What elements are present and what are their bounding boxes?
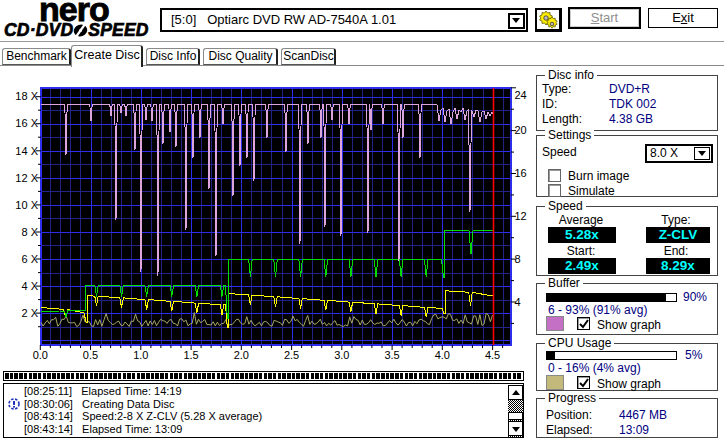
svg-text:0.0: 0.0 [33, 349, 48, 361]
svg-text:16: 16 [515, 167, 527, 179]
svg-text:4: 4 [515, 296, 521, 308]
svg-text:6 X: 6 X [21, 253, 38, 265]
svg-text:2.0: 2.0 [234, 349, 249, 361]
svg-text:3.5: 3.5 [384, 349, 399, 361]
svg-text:3.0: 3.0 [334, 349, 349, 361]
svg-text:14 X: 14 X [15, 145, 38, 157]
svg-text:18 X: 18 X [15, 90, 38, 102]
svg-text:12 X: 12 X [15, 172, 38, 184]
svg-text:2.5: 2.5 [284, 349, 299, 361]
svg-text:0.5: 0.5 [83, 349, 98, 361]
svg-text:20: 20 [515, 124, 527, 136]
svg-text:8 X: 8 X [21, 226, 38, 238]
svg-text:10 X: 10 X [15, 199, 38, 211]
svg-text:4.0: 4.0 [435, 349, 450, 361]
svg-text:24: 24 [515, 89, 527, 101]
svg-text:12: 12 [515, 210, 527, 222]
svg-text:1.0: 1.0 [133, 349, 148, 361]
svg-text:16 X: 16 X [15, 117, 38, 129]
svg-text:2 X: 2 X [21, 307, 38, 319]
svg-text:4 X: 4 X [21, 280, 38, 292]
svg-text:1.5: 1.5 [183, 349, 198, 361]
svg-text:4.5: 4.5 [485, 349, 500, 361]
svg-text:8: 8 [515, 253, 521, 265]
